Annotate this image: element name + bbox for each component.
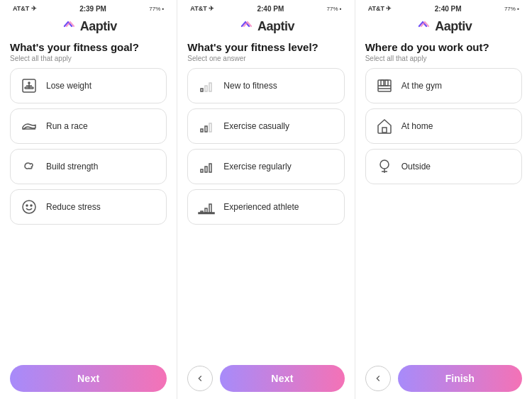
option-label: Exercise casually — [223, 121, 289, 131]
svg-rect-13 — [205, 126, 207, 132]
svg-point-7 — [26, 205, 28, 206]
svg-rect-9 — [201, 89, 203, 91]
option-icon-shoe — [19, 116, 39, 136]
status-icons: 77% ▪ — [149, 6, 164, 12]
logo-bar: Aaptiv — [415, 18, 472, 34]
svg-rect-10 — [205, 86, 207, 91]
options-list: New to fitness Exercise casually Exercis… — [187, 68, 344, 359]
status-bar: AT&T ✈ 2:40 PM 77% ▪ — [365, 0, 522, 16]
option-card[interactable]: Exercise casually — [187, 108, 344, 144]
logo-text: Aaptiv — [80, 19, 117, 34]
svg-rect-21 — [199, 213, 214, 214]
option-card[interactable]: Run a race — [10, 108, 167, 144]
svg-rect-12 — [201, 129, 203, 132]
option-card[interactable]: Lose weight — [10, 68, 167, 103]
status-bar: AT&T ✈ 2:39 PM 77% ▪ — [10, 0, 167, 16]
screen-title: What's your fitness goal? — [10, 41, 167, 53]
status-time: 2:40 PM — [435, 5, 462, 13]
bottom-area: Finish — [365, 365, 522, 392]
logo-icon — [60, 18, 76, 34]
option-icon-scale — [19, 76, 39, 96]
svg-rect-24 — [385, 80, 388, 86]
screen-title: What's your fitness level? — [187, 41, 344, 53]
next-button[interactable]: Next — [220, 365, 344, 392]
options-list: Lose weight Run a race Build strength Re… — [10, 68, 167, 359]
bottom-area: Next — [187, 365, 344, 392]
logo-icon — [415, 18, 431, 34]
option-label: Exercise regularly — [223, 162, 291, 172]
options-list: At the gym At home Outside — [365, 68, 522, 359]
option-label: At home — [401, 121, 433, 131]
svg-point-28 — [380, 160, 389, 169]
screen-screen2: AT&T ✈ 2:40 PM 77% ▪ Aaptiv What's your … — [177, 0, 355, 399]
option-card[interactable]: At home — [365, 108, 522, 144]
svg-rect-27 — [382, 128, 387, 133]
logo-text: Aaptiv — [435, 19, 472, 34]
screen-title: Where do you work out? — [365, 41, 522, 53]
logo-icon — [238, 18, 253, 34]
option-label: Build strength — [46, 162, 98, 172]
screen-subtitle: Select one answer — [187, 55, 344, 62]
svg-point-6 — [23, 201, 35, 213]
status-time: 2:40 PM — [257, 5, 284, 13]
option-icon-smile — [19, 197, 39, 217]
status-time: 2:39 PM — [79, 5, 106, 13]
option-card[interactable]: Build strength — [10, 149, 167, 184]
option-label: New to fitness — [223, 81, 277, 91]
status-carrier: AT&T ✈ — [190, 5, 214, 12]
option-icon-gym — [375, 76, 394, 96]
svg-rect-19 — [205, 208, 207, 213]
screen-screen1: AT&T ✈ 2:39 PM 77% ▪ Aaptiv What's your … — [0, 0, 177, 399]
option-label: Run a race — [46, 121, 88, 131]
option-card[interactable]: Experienced athlete — [187, 189, 344, 225]
svg-rect-15 — [201, 169, 203, 172]
option-card[interactable]: Exercise regularly — [187, 149, 344, 184]
option-icon-bar3 — [196, 157, 216, 176]
back-button[interactable] — [365, 366, 391, 391]
option-icon-tree — [375, 157, 394, 176]
screen-subtitle: Select all that apply — [10, 55, 167, 62]
status-carrier: AT&T ✈ — [368, 5, 392, 12]
option-label: Reduce stress — [46, 202, 101, 212]
option-label: At the gym — [401, 81, 442, 91]
finish-button[interactable]: Finish — [398, 365, 522, 392]
option-label: Experienced athlete — [223, 202, 299, 212]
svg-rect-17 — [209, 164, 211, 172]
option-icon-muscle — [19, 157, 39, 176]
status-icons: 77% ▪ — [504, 6, 519, 12]
svg-rect-20 — [209, 204, 211, 213]
option-card[interactable]: New to fitness — [187, 68, 344, 103]
option-label: Lose weight — [46, 81, 92, 91]
status-bar: AT&T ✈ 2:40 PM 77% ▪ — [187, 0, 344, 16]
logo-text: Aaptiv — [257, 19, 294, 34]
svg-point-3 — [28, 82, 30, 84]
back-button[interactable] — [187, 366, 213, 391]
option-icon-home — [375, 116, 394, 136]
option-card[interactable]: At the gym — [365, 68, 522, 103]
svg-rect-14 — [209, 123, 211, 132]
option-card[interactable]: Outside — [365, 149, 522, 184]
screen-screen3: AT&T ✈ 2:40 PM 77% ▪ Aaptiv Where do you… — [355, 0, 532, 399]
svg-rect-11 — [209, 83, 211, 91]
screen-subtitle: Select all that apply — [365, 55, 522, 62]
status-carrier: AT&T ✈ — [13, 5, 37, 12]
option-icon-bar2 — [196, 116, 216, 136]
logo-bar: Aaptiv — [60, 18, 117, 34]
bottom-area: Next — [10, 365, 167, 392]
status-icons: 77% ▪ — [327, 6, 342, 12]
option-card[interactable]: Reduce stress — [10, 189, 167, 225]
svg-point-8 — [31, 205, 32, 206]
svg-rect-23 — [381, 80, 384, 86]
option-label: Outside — [401, 162, 431, 172]
option-icon-bar1 — [196, 76, 216, 96]
logo-bar: Aaptiv — [238, 18, 294, 34]
next-button[interactable]: Next — [10, 365, 167, 392]
svg-rect-16 — [205, 167, 207, 172]
option-icon-bar4 — [196, 197, 216, 217]
